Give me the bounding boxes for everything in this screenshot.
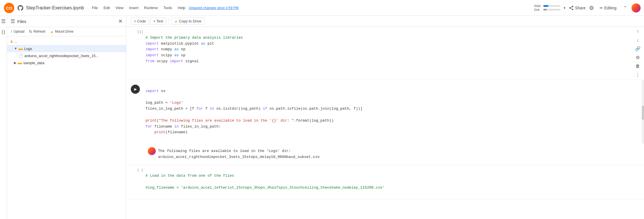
refresh-icon: ↻ xyxy=(29,29,32,34)
ram-disk-widget[interactable]: RAM Disk xyxy=(534,5,560,11)
share-icon xyxy=(569,5,574,11)
drive-icon: ▲ xyxy=(50,29,54,34)
drive-icon-toolbar: ▲ xyxy=(174,19,178,23)
disk-bar-fill xyxy=(543,9,547,11)
upload-icon: ↑ xyxy=(10,29,12,34)
sidebar: ☰ Files ✕ ↑ Upload ↻ Refresh ▲ Mount Dri… xyxy=(7,16,126,219)
cell-2-right-toolbar xyxy=(629,80,642,144)
colab-logo: CO xyxy=(3,2,15,14)
upload-action[interactable]: ↑ Upload xyxy=(10,29,24,34)
mount-drive-label: Mount Drive xyxy=(55,30,73,34)
add-code-button[interactable]: + Code xyxy=(131,18,149,25)
folder-icon: ▲ xyxy=(9,39,14,44)
refresh-action[interactable]: ↻ Refresh xyxy=(29,29,45,34)
files-title: Files xyxy=(17,19,26,24)
cell-1-gutter: [1] xyxy=(127,27,146,80)
cell-2-inner: ▶ import os log_path = 'Logs' files_in_l… xyxy=(127,80,644,144)
cell-2-code: import os log_path = 'Logs' files_in_log… xyxy=(146,82,627,141)
topbar: CO StepTracker-Exercises.ipynb File Edit… xyxy=(0,0,644,16)
menu-insert[interactable]: Insert xyxy=(127,5,141,11)
move-down-icon[interactable]: ↓ xyxy=(635,36,640,44)
share-button[interactable]: Share xyxy=(569,5,586,11)
share-label: Share xyxy=(575,6,586,10)
menu-edit[interactable]: Edit xyxy=(101,5,112,11)
menu-help[interactable]: Help xyxy=(176,5,188,11)
tree-item-parent[interactable]: ▲ .. xyxy=(7,37,126,45)
cell-1: [1] # Import the primary data analysis l… xyxy=(126,27,644,80)
notebook-title: StepTracker-Exercises.ipynb xyxy=(26,5,84,11)
editing-label: Editing xyxy=(604,6,616,10)
mount-drive-action[interactable]: ▲ Mount Drive xyxy=(50,29,73,34)
disk-label: Disk xyxy=(534,8,542,11)
cell-1-execution-count: [1] xyxy=(137,30,143,34)
add-text-button[interactable]: + Text xyxy=(150,18,166,25)
menu-tools[interactable]: Tools xyxy=(161,5,174,11)
cell-3-code: # Load in the data from one of the files… xyxy=(146,167,642,197)
delete-icon[interactable]: 🗑 xyxy=(634,62,641,70)
editing-button[interactable]: ✏ Editing xyxy=(597,5,619,11)
cell-2-gutter: ▶ xyxy=(127,80,146,144)
menu-bar: File Edit View Insert Runtime Tools Help… xyxy=(90,5,532,11)
nav-code-icon[interactable]: ⟨⟩ xyxy=(1,29,5,35)
dropdown-arrow-icon[interactable]: ▾ xyxy=(564,6,565,10)
folder-icon-logs: ▬ xyxy=(18,46,23,51)
main-layout: ☰ ⟨⟩ ☰ Files ✕ ↑ Upload ↻ Refresh ▲ Moun… xyxy=(0,16,644,219)
ram-label: RAM xyxy=(534,5,542,8)
copy-to-drive-label: Copy to Drive xyxy=(179,19,201,23)
tree-item-label-sample: sample_data xyxy=(23,61,44,65)
avatar[interactable] xyxy=(632,3,641,12)
pencil-icon: ✏ xyxy=(600,6,603,10)
folder-icon-sample: ▬ xyxy=(18,60,22,65)
menu-view[interactable]: View xyxy=(113,5,126,11)
tree-item-file[interactable]: 📄 arduino_accel_righthoodiepocket_3sets_… xyxy=(7,52,126,59)
cell-1-code: # Import the primary data analysis libra… xyxy=(146,29,629,70)
cell-2: ▶ import os log_path = 'Logs' files_in_l… xyxy=(126,80,644,165)
chevron-right-icon: ▶ xyxy=(14,61,16,65)
hamburger-icon[interactable]: ☰ xyxy=(10,18,15,24)
cell-3-execution-count: [ ] xyxy=(137,168,143,172)
cell-2-scrollbar-thumb xyxy=(642,106,644,120)
sidebar-close-button[interactable]: ✕ xyxy=(118,18,123,24)
add-text-label: + Text xyxy=(153,19,163,23)
tree-item-logs[interactable]: ▼ ▬ Logs xyxy=(7,45,126,52)
cell-2-output: The following files are available to loa… xyxy=(127,144,644,165)
unsaved-changes[interactable]: Unsaved changes since 4:59 PM xyxy=(189,6,238,10)
disk-bar-bg xyxy=(543,9,560,11)
cell-2-scrollbar[interactable] xyxy=(642,80,644,144)
cell-2-run-button[interactable]: ▶ xyxy=(131,85,140,94)
collapse-icon[interactable]: ⌃ xyxy=(622,4,628,12)
copy-to-drive-button[interactable]: ▲ Copy to Drive xyxy=(171,18,205,25)
github-icon xyxy=(17,5,24,11)
more-icon[interactable]: ⋮ xyxy=(634,71,641,79)
move-up-icon[interactable]: ↑ xyxy=(635,28,640,35)
refresh-label: Refresh xyxy=(33,30,45,34)
tree-item-label: .. xyxy=(15,39,17,43)
menu-file[interactable]: File xyxy=(90,5,100,11)
ram-bar-bg xyxy=(543,5,560,7)
tree-item-label-logs: Logs xyxy=(24,47,32,51)
chevron-down-icon: ▼ xyxy=(14,47,17,51)
cell-3: [ ] # Load in the data from one of the f… xyxy=(126,165,644,199)
tree-item-sample-data[interactable]: ▶ ▬ sample_data xyxy=(7,59,126,66)
ram-bar-fill xyxy=(543,5,548,7)
nav-icons: ☰ ⟨⟩ xyxy=(0,16,7,219)
cell-1-content[interactable]: # Import the primary data analysis libra… xyxy=(146,27,632,80)
cell-2-output-text: The following files are available to loa… xyxy=(158,146,320,162)
cells-container: [1] # Import the primary data analysis l… xyxy=(126,27,644,219)
toolbar-separator xyxy=(169,18,169,25)
cell-3-content[interactable]: # Load in the data from one of the files… xyxy=(146,165,644,199)
settings-icon-cell[interactable]: ⚙ xyxy=(635,54,641,61)
topbar-right: RAM Disk ▾ Share ⚙ ✏ Editing xyxy=(534,3,641,12)
file-icon: 📄 xyxy=(18,53,23,58)
menu-runtime[interactable]: Runtime xyxy=(142,5,160,11)
nav-toggle-icon[interactable]: ☰ xyxy=(1,18,6,24)
add-code-label: + Code xyxy=(134,19,146,23)
sidebar-actions: ↑ Upload ↻ Refresh ▲ Mount Drive xyxy=(7,27,126,36)
sidebar-header: ☰ Files ✕ xyxy=(7,16,126,27)
cell-3-gutter: [ ] xyxy=(127,165,146,199)
settings-icon-top[interactable]: ⚙ xyxy=(589,5,594,11)
notebook-toolbar: + Code + Text ▲ Copy to Drive xyxy=(126,16,644,27)
file-tree: ▲ .. ▼ ▬ Logs 📄 arduino_accel_righthoodi… xyxy=(7,36,126,219)
cell-2-content[interactable]: import os log_path = 'Logs' files_in_log… xyxy=(146,80,629,144)
link-icon[interactable]: 🔗 xyxy=(634,45,642,53)
